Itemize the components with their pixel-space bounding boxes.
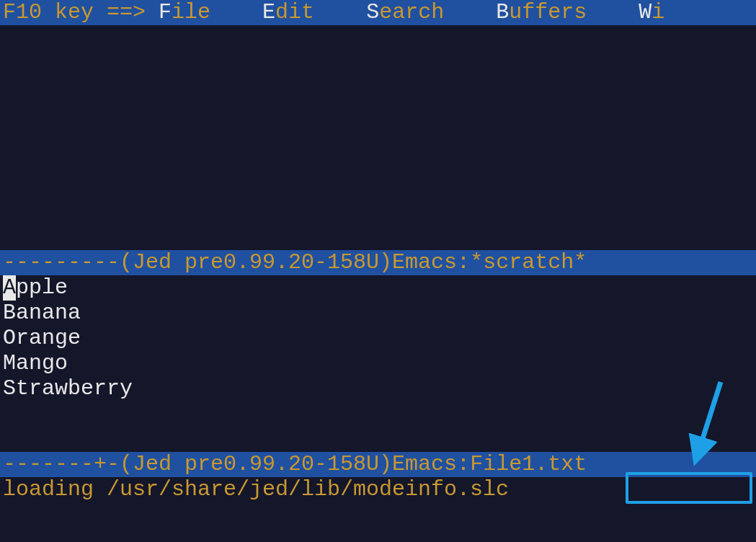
menubar[interactable]: F10 key ==> File Edit Search Buffers Wi: [0, 0, 756, 25]
menu-windows-rest: i: [652, 0, 664, 25]
menu-buffers-hotkey: B: [496, 0, 509, 25]
menu-windows[interactable]: Wi: [639, 0, 664, 25]
minibuffer: loading /usr/share/jed/lib/modeinfo.slc: [0, 477, 756, 502]
status1-buffer: *scratch*: [470, 250, 587, 275]
minibuffer-text: loading /usr/share/jed/lib/modeinfo.slc: [3, 477, 509, 502]
cursor: A: [3, 275, 16, 301]
menu-gap-1: [314, 0, 366, 25]
menu-windows-hotkey: W: [639, 0, 652, 25]
menu-search[interactable]: Search: [366, 0, 444, 25]
status1-mode: Emacs:: [392, 250, 470, 275]
buffer-empty-space-2[interactable]: [0, 427, 756, 452]
status-line-file: -------+-(Jed pre0.99.20-158U) Emacs: Fi…: [0, 452, 756, 477]
menu-search-rest: earch: [379, 0, 444, 25]
editor-line-1[interactable]: Banana: [3, 301, 753, 326]
menu-gap-2: [444, 0, 496, 25]
menu-edit-hotkey: E: [262, 0, 275, 25]
line0-rest: pple: [16, 275, 68, 301]
status2-dashes: -------+-: [3, 452, 120, 477]
editor-line-3[interactable]: Mango: [3, 351, 753, 376]
line2-text: Orange: [3, 326, 81, 351]
menu-gap-0: [210, 0, 262, 25]
line1-text: Banana: [3, 301, 81, 326]
menu-prompt: F10 key ==>: [3, 0, 159, 25]
menu-search-hotkey: S: [366, 0, 379, 25]
status2-mode: Emacs:: [392, 452, 470, 477]
menu-buffers-rest: uffers: [509, 0, 587, 25]
menu-file-hotkey: F: [159, 0, 172, 25]
editor-line-0[interactable]: Apple: [3, 275, 753, 301]
scratch-buffer-area[interactable]: [0, 25, 756, 250]
menu-buffers[interactable]: Buffers: [496, 0, 587, 25]
editor-line-4[interactable]: Strawberry: [3, 376, 753, 401]
status2-buffer: File1.txt: [470, 452, 587, 477]
status-line-scratch: ---------(Jed pre0.99.20-158U) Emacs: *s…: [0, 250, 756, 275]
menu-file[interactable]: File: [159, 0, 210, 25]
status2-version: (Jed pre0.99.20-158U): [120, 452, 392, 477]
line4-text: Strawberry: [3, 376, 133, 401]
buffer-empty-space[interactable]: [0, 401, 756, 427]
file-buffer-area[interactable]: Apple Banana Orange Mango Strawberry: [0, 275, 756, 401]
line3-text: Mango: [3, 351, 68, 376]
editor-line-2[interactable]: Orange: [3, 326, 753, 351]
status1-dashes: ---------: [3, 250, 120, 275]
status1-version: (Jed pre0.99.20-158U): [120, 250, 392, 275]
menu-gap-3: [587, 0, 639, 25]
menu-edit-rest: dit: [275, 0, 314, 25]
menu-file-rest: ile: [172, 0, 210, 25]
menu-edit[interactable]: Edit: [262, 0, 314, 25]
